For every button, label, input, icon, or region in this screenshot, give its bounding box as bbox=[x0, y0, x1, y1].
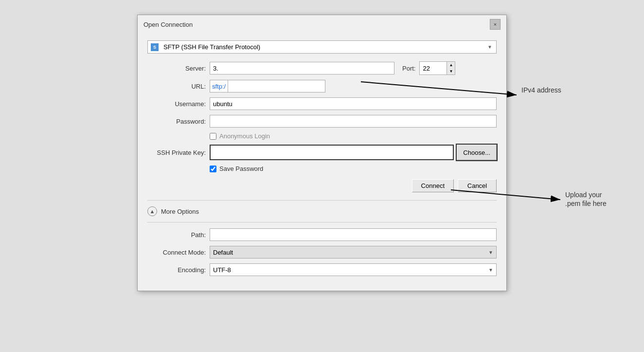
connect-mode-arrow: ▼ bbox=[485, 250, 496, 255]
port-spinners: ▲ ▼ bbox=[447, 62, 455, 74]
port-input[interactable] bbox=[420, 62, 447, 74]
more-options-row[interactable]: ▲ More Options bbox=[147, 200, 497, 216]
encoding-select-wrapper[interactable]: UTF-8 ASCII ISO-8859-1 UTF-16 ▼ bbox=[210, 263, 497, 276]
save-password-text: Save Password bbox=[219, 165, 263, 172]
connect-mode-label: Connect Mode: bbox=[147, 249, 206, 256]
server-row: Server: Port: ▲ ▼ bbox=[147, 61, 497, 75]
choose-button[interactable]: Choose... bbox=[457, 145, 497, 160]
save-password-checkbox[interactable] bbox=[210, 166, 216, 172]
close-button[interactable]: × bbox=[490, 19, 501, 30]
ssh-private-key-row: SSH Private Key: Choose... bbox=[147, 145, 497, 160]
url-prefix: sftp:/ bbox=[212, 83, 226, 90]
save-password-label[interactable]: Save Password bbox=[210, 165, 263, 172]
url-input[interactable] bbox=[228, 80, 325, 93]
dialog-title: Open Connection bbox=[143, 21, 193, 28]
open-connection-dialog: Open Connection × S SFTP (SSH File Trans… bbox=[137, 15, 507, 291]
action-buttons-row: Connect Cancel bbox=[147, 179, 497, 192]
ssh-private-key-label: SSH Private Key: bbox=[147, 149, 206, 156]
ssh-private-key-input[interactable] bbox=[210, 145, 454, 160]
path-row: Path: bbox=[147, 228, 497, 241]
password-input[interactable] bbox=[210, 115, 497, 128]
password-label: Password: bbox=[147, 118, 206, 125]
url-prefix-box: sftp:/ bbox=[210, 80, 228, 93]
divider bbox=[147, 222, 497, 222]
username-row: Username: bbox=[147, 97, 497, 110]
more-options-label: More Options bbox=[161, 208, 199, 215]
port-input-wrapper: ▲ ▼ bbox=[419, 61, 455, 75]
url-row: URL: sftp:/ bbox=[147, 80, 497, 93]
username-input[interactable] bbox=[210, 97, 497, 110]
connect-mode-select-wrapper[interactable]: Default Active Passive ▼ bbox=[210, 246, 497, 259]
anonymous-login-checkbox[interactable] bbox=[210, 133, 216, 140]
encoding-row: Encoding: UTF-8 ASCII ISO-8859-1 UTF-16 … bbox=[147, 263, 497, 276]
svg-text:Upload your: Upload your bbox=[565, 191, 602, 199]
anonymous-row: Anonymous Login bbox=[147, 132, 497, 140]
port-decrement-button[interactable]: ▼ bbox=[447, 68, 455, 74]
encoding-label: Encoding: bbox=[147, 266, 206, 274]
anonymous-login-label[interactable]: Anonymous Login bbox=[210, 132, 270, 140]
svg-text:IPv4 address: IPv4 address bbox=[521, 86, 561, 94]
server-label: Server: bbox=[147, 65, 206, 72]
dialog-body: S SFTP (SSH File Transfer Protocol) ▼ Se… bbox=[138, 34, 506, 291]
cancel-button[interactable]: Cancel bbox=[458, 179, 497, 192]
port-label: Port: bbox=[402, 65, 415, 72]
protocol-select[interactable]: SFTP (SSH File Transfer Protocol) bbox=[161, 41, 483, 53]
dialog-titlebar: Open Connection × bbox=[138, 15, 506, 34]
protocol-row: S SFTP (SSH File Transfer Protocol) ▼ bbox=[147, 40, 497, 54]
more-options-icon: ▲ bbox=[147, 206, 157, 216]
encoding-arrow: ▼ bbox=[485, 267, 496, 273]
svg-text:.pem file here: .pem file here bbox=[565, 200, 607, 207]
anonymous-login-text: Anonymous Login bbox=[219, 132, 270, 140]
encoding-select[interactable]: UTF-8 ASCII ISO-8859-1 UTF-16 bbox=[210, 266, 485, 274]
connect-mode-select[interactable]: Default Active Passive bbox=[210, 249, 485, 256]
port-increment-button[interactable]: ▲ bbox=[447, 62, 455, 68]
protocol-icon: S bbox=[151, 43, 159, 51]
connect-button[interactable]: Connect bbox=[412, 179, 454, 192]
username-label: Username: bbox=[147, 100, 206, 108]
server-input[interactable] bbox=[210, 62, 394, 74]
path-label: Path: bbox=[147, 231, 206, 239]
connect-mode-row: Connect Mode: Default Active Passive ▼ bbox=[147, 246, 497, 259]
protocol-select-wrapper[interactable]: S SFTP (SSH File Transfer Protocol) ▼ bbox=[147, 40, 497, 54]
url-label: URL: bbox=[147, 83, 206, 90]
path-input[interactable] bbox=[210, 228, 497, 241]
save-password-row: Save Password bbox=[147, 165, 497, 172]
password-row: Password: bbox=[147, 115, 497, 128]
protocol-dropdown-arrow: ▼ bbox=[483, 44, 496, 50]
